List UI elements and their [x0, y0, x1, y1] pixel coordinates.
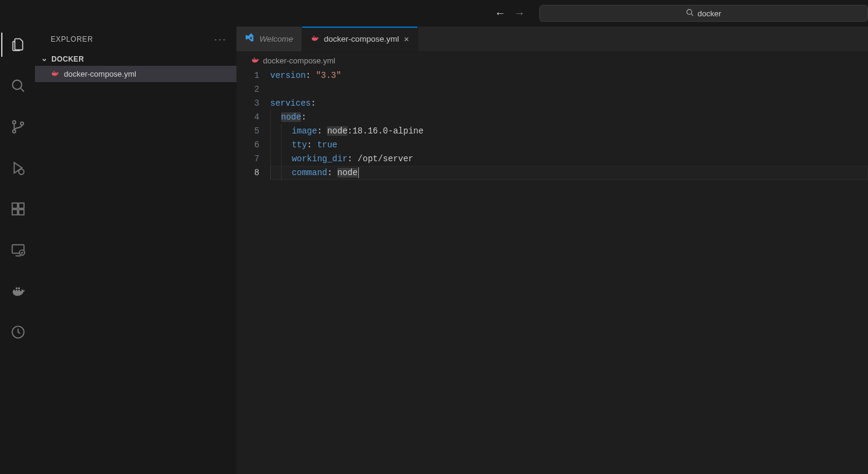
- docker-icon: [11, 284, 25, 298]
- svg-point-0: [687, 10, 692, 14]
- line-number: 1: [236, 69, 259, 83]
- search-icon: [10, 78, 26, 94]
- code-line[interactable]: services:: [270, 97, 868, 110]
- file-name: docker-compose.yml: [64, 69, 136, 78]
- svg-rect-29: [254, 59, 255, 60]
- breadcrumb[interactable]: docker-compose.yml: [236, 52, 868, 69]
- line-number: 7: [236, 152, 259, 166]
- docker-icon: [311, 34, 319, 44]
- svg-line-3: [21, 88, 24, 91]
- svg-rect-20: [52, 72, 53, 74]
- activity-extensions[interactable]: [1, 197, 35, 221]
- files-icon: [10, 37, 26, 53]
- svg-rect-10: [12, 210, 17, 215]
- activity-testing[interactable]: [1, 320, 35, 344]
- svg-rect-21: [54, 72, 55, 74]
- vscode-icon: [245, 33, 255, 45]
- tab-docker-compose-yml[interactable]: docker-compose.yml×: [302, 27, 418, 51]
- play-bug-icon: [10, 160, 26, 176]
- extensions-icon: [10, 201, 26, 217]
- docker-icon: [51, 69, 59, 79]
- code-line[interactable]: tty: true: [270, 138, 868, 152]
- docker-icon: [251, 56, 259, 66]
- nav-forward-button[interactable]: →: [514, 7, 525, 20]
- sidebar-title: EXPLORER: [51, 35, 93, 43]
- svg-rect-30: [255, 59, 256, 60]
- activity-search[interactable]: [1, 74, 35, 98]
- svg-rect-28: [252, 59, 253, 60]
- activity-explorer[interactable]: [1, 33, 35, 57]
- svg-rect-23: [54, 71, 55, 72]
- svg-rect-24: [312, 37, 313, 39]
- svg-point-4: [13, 121, 16, 124]
- svg-line-1: [691, 14, 693, 16]
- svg-rect-11: [19, 210, 24, 215]
- line-number: 8: [236, 166, 259, 180]
- beaker-icon: [10, 324, 26, 340]
- code-line[interactable]: node:: [270, 110, 868, 124]
- svg-rect-8: [12, 203, 17, 208]
- breadcrumb-label: docker-compose.yml: [263, 56, 335, 65]
- line-number: 6: [236, 138, 259, 152]
- svg-rect-27: [314, 36, 315, 37]
- svg-rect-26: [315, 37, 316, 39]
- svg-point-5: [13, 130, 16, 133]
- code-line[interactable]: version: "3.3": [270, 69, 868, 83]
- svg-point-2: [13, 80, 22, 89]
- chevron-down-icon: ⌄: [41, 54, 48, 63]
- svg-point-7: [19, 169, 24, 175]
- activity-run-debug[interactable]: [1, 156, 35, 180]
- svg-rect-25: [314, 37, 315, 39]
- file-row[interactable]: docker-compose.yml: [35, 66, 236, 82]
- editor-area: Welcomedocker-compose.yml× docker-compos…: [236, 27, 868, 474]
- editor-tabs: Welcomedocker-compose.yml×: [236, 27, 868, 52]
- sidebar-more-button[interactable]: ···: [214, 33, 227, 46]
- line-number: 3: [236, 97, 259, 110]
- search-icon: [686, 8, 694, 18]
- title-bar: ← → docker: [0, 0, 868, 27]
- activity-docker[interactable]: [1, 279, 35, 303]
- svg-rect-18: [18, 287, 20, 289]
- branch-icon: [10, 119, 26, 135]
- search-text: docker: [697, 9, 721, 18]
- line-number: 2: [236, 83, 259, 97]
- code-line[interactable]: command: node: [270, 166, 868, 180]
- activity-source-control[interactable]: [1, 115, 35, 139]
- tab-welcome[interactable]: Welcome: [236, 27, 302, 51]
- tab-label: docker-compose.yml: [324, 34, 399, 43]
- activity-bar: [0, 27, 35, 474]
- command-center-search[interactable]: docker: [539, 5, 868, 22]
- line-number: 4: [236, 110, 259, 124]
- tab-label: Welcome: [259, 34, 293, 43]
- remote-icon: [10, 242, 26, 258]
- svg-rect-17: [16, 287, 17, 289]
- code-line[interactable]: image: node:18.16.0-alpine: [270, 124, 868, 138]
- close-icon[interactable]: ×: [404, 34, 410, 44]
- svg-rect-9: [19, 203, 24, 208]
- code-line[interactable]: working_dir: /opt/server: [270, 152, 868, 166]
- svg-rect-22: [55, 72, 56, 74]
- folder-name: DOCKER: [51, 55, 84, 63]
- svg-point-6: [21, 122, 24, 125]
- code-editor[interactable]: 12345678 version: "3.3"services: node: i…: [236, 69, 868, 474]
- explorer-sidebar: EXPLORER ··· ⌄ DOCKER docker-compose.yml: [35, 27, 236, 474]
- code-line[interactable]: [270, 83, 868, 97]
- nav-back-button[interactable]: ←: [495, 7, 505, 20]
- folder-header[interactable]: ⌄ DOCKER: [35, 52, 236, 66]
- line-number: 5: [236, 124, 259, 138]
- svg-rect-31: [254, 57, 255, 59]
- activity-remote-explorer[interactable]: [1, 238, 35, 262]
